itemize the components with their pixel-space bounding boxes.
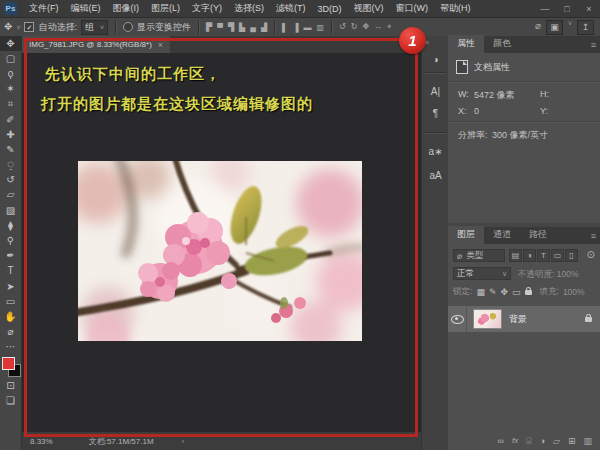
dodge-tool[interactable]: ⚲ xyxy=(0,233,22,248)
menu-item-filter[interactable]: 滤镜(T) xyxy=(270,0,312,17)
auto-select-checkbox[interactable]: ✓ xyxy=(24,22,34,32)
tool-preset-caret-icon[interactable]: ˅ xyxy=(16,24,20,31)
blend-mode-dropdown[interactable]: 正常 ∨ xyxy=(453,267,511,280)
eraser-tool[interactable]: ▱ xyxy=(0,188,22,203)
resolution-value[interactable]: 300 像素/英寸 xyxy=(492,129,548,142)
distribute-v-icon[interactable]: ▥ xyxy=(316,23,324,32)
filter-type-layers-icon[interactable]: T xyxy=(537,249,550,262)
menu-item-file[interactable]: 文件(F) xyxy=(23,0,65,17)
character-styles-panel-icon[interactable]: aA xyxy=(422,170,449,181)
maximize-button[interactable]: □ xyxy=(556,4,578,14)
screen-mode-button[interactable]: ❏ xyxy=(0,393,22,408)
hand-tool[interactable]: ✋ xyxy=(0,309,22,324)
distribute-left-icon[interactable]: ▌ xyxy=(282,23,288,32)
paragraph-panel-icon[interactable]: ¶ xyxy=(422,108,449,119)
tab-close-icon[interactable]: × xyxy=(158,40,163,50)
adjustment-layer-icon[interactable]: ◑ xyxy=(540,436,545,447)
layer-visibility-toggle[interactable] xyxy=(448,306,467,332)
menu-item-help[interactable]: 帮助(H) xyxy=(434,0,477,17)
new-layer-icon[interactable]: ⊞ xyxy=(568,436,576,447)
x-value[interactable]: 0 xyxy=(474,106,479,116)
tab-properties[interactable]: 属性 xyxy=(448,35,484,53)
zoom-tool[interactable]: ⌀ xyxy=(0,325,22,340)
blur-tool[interactable]: ⧫ xyxy=(0,218,22,233)
panel-menu-icon[interactable]: ≡ xyxy=(591,40,596,50)
filter-toggle-icon[interactable]: ⊙ xyxy=(587,249,595,260)
link-layers-icon[interactable]: ∞ xyxy=(498,436,504,447)
opacity-field[interactable]: 不透明度: 100% xyxy=(518,269,579,281)
history-brush-tool[interactable]: ↺ xyxy=(0,173,22,188)
shape-tool[interactable]: ▭ xyxy=(0,294,22,309)
brush-tool[interactable]: ✎ xyxy=(0,142,22,157)
filter-pixel-layers-icon[interactable]: ▤ xyxy=(509,249,522,262)
layer-thumbnail[interactable] xyxy=(473,309,502,329)
pen-tool[interactable]: ✒ xyxy=(0,249,22,264)
clone-stamp-tool[interactable]: ⍜ xyxy=(0,158,22,173)
lock-all-icon[interactable] xyxy=(525,290,532,295)
width-value[interactable]: 5472 像素 xyxy=(474,89,515,102)
filter-adjustment-layers-icon[interactable]: ◑ xyxy=(523,249,536,262)
menu-item-view[interactable]: 视图(V) xyxy=(348,0,390,17)
menu-item-3d[interactable]: 3D(D) xyxy=(312,0,348,17)
align-bottom-icon[interactable]: ▟ xyxy=(261,23,267,32)
menu-item-select[interactable]: 选择(S) xyxy=(228,0,270,17)
align-top-icon[interactable]: ▙ xyxy=(239,23,245,32)
menu-item-type[interactable]: 文字(Y) xyxy=(186,0,228,17)
3d-rotate-icon[interactable]: ↺ xyxy=(339,22,346,32)
align-right-icon[interactable]: ▜ xyxy=(228,23,234,32)
show-transform-checkbox[interactable] xyxy=(123,22,133,32)
menu-item-image[interactable]: 图像(I) xyxy=(107,0,146,17)
adjustments-panel-icon[interactable]: ◑ xyxy=(422,54,449,65)
document-tab[interactable]: IMG_7981.JPG @ 8.33%(RGB/8*) × xyxy=(22,36,170,53)
close-button[interactable]: × xyxy=(578,4,600,14)
tab-channels[interactable]: 通道 xyxy=(484,226,520,244)
3d-slide-icon[interactable]: ↔ xyxy=(374,22,382,32)
lasso-tool[interactable]: ϙ xyxy=(0,66,22,81)
align-center-v-icon[interactable]: ▄ xyxy=(250,23,256,32)
path-selection-tool[interactable]: ➤ xyxy=(0,279,22,294)
menu-item-window[interactable]: 窗口(W) xyxy=(390,0,435,17)
marquee-tool[interactable]: ▢ xyxy=(0,51,22,66)
crop-tool[interactable]: ⌗ xyxy=(0,97,22,112)
eyedropper-tool[interactable]: ✐ xyxy=(0,112,22,127)
lock-artboard-icon[interactable]: ▭ xyxy=(512,287,521,297)
healing-brush-tool[interactable]: ✚ xyxy=(0,127,22,142)
move-tool[interactable]: ✥ xyxy=(0,36,22,51)
open-document-image[interactable] xyxy=(78,161,362,341)
canvas-work-area[interactable]: 先认识下中间的工作区， 打开的图片都是在这块区域编辑修图的 xyxy=(22,53,421,432)
menu-item-layer[interactable]: 图层(L) xyxy=(145,0,186,17)
lock-paint-icon[interactable]: ✎ xyxy=(489,287,497,297)
lock-position-icon[interactable]: ✥ xyxy=(500,287,508,297)
layer-filter-box[interactable]: ⌀ 类型 xyxy=(453,249,505,262)
status-chevron-icon[interactable]: › xyxy=(182,437,185,446)
edit-toolbar-icon[interactable]: ⋯ xyxy=(0,340,22,355)
foreground-color-swatch[interactable] xyxy=(2,357,15,370)
tab-paths[interactable]: 路径 xyxy=(520,226,556,244)
workspace-layout-icon[interactable]: ▣ xyxy=(546,20,563,35)
share-icon[interactable]: ↥ xyxy=(577,20,594,35)
3d-drag-icon[interactable]: ✥ xyxy=(362,22,369,32)
search-icon[interactable]: ⌀ xyxy=(535,20,541,35)
delete-layer-icon[interactable]: ▥ xyxy=(583,436,592,447)
quick-selection-tool[interactable]: ✶ xyxy=(0,82,22,97)
menu-item-edit[interactable]: 编辑(E) xyxy=(65,0,107,17)
lock-transparent-icon[interactable]: ▦ xyxy=(476,287,485,297)
quick-mask-button[interactable]: ⊡ xyxy=(0,378,22,393)
fill-value[interactable]: 100% xyxy=(563,287,585,297)
layer-effects-icon[interactable]: fx xyxy=(512,436,518,447)
zoom-level[interactable]: 8.33% xyxy=(30,437,53,446)
distribute-h-icon[interactable]: ▬ xyxy=(303,23,311,32)
distribute-right-icon[interactable]: ▐ xyxy=(293,23,299,32)
auto-select-dropdown[interactable]: 组 ˅ xyxy=(81,20,108,35)
tab-layers[interactable]: 图层 xyxy=(448,226,484,244)
type-tool[interactable]: T xyxy=(0,264,22,279)
panel-menu-icon[interactable]: ≡ xyxy=(591,231,596,241)
character-panel-icon[interactable]: A| xyxy=(422,86,449,97)
3d-roll-icon[interactable]: ↻ xyxy=(351,22,358,32)
gradient-tool[interactable]: ▨ xyxy=(0,203,22,218)
minimize-button[interactable]: — xyxy=(534,4,556,14)
layer-row-background[interactable]: 背景 xyxy=(448,306,600,332)
filter-smart-objects-icon[interactable]: ▯ xyxy=(565,249,578,262)
new-group-icon[interactable]: ▱ xyxy=(553,436,560,447)
filter-shape-layers-icon[interactable]: ▭ xyxy=(551,249,564,262)
